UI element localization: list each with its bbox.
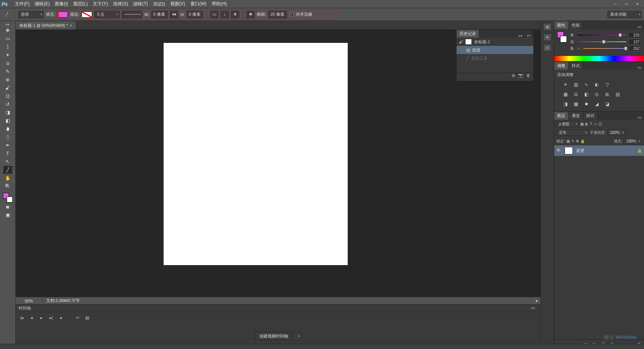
stroke-width-dropdown[interactable]: 3 点 xyxy=(94,11,120,18)
play-icon[interactable]: ▸ xyxy=(39,315,44,320)
tab-adjust[interactable]: 调整 xyxy=(554,62,569,70)
canvas[interactable] xyxy=(164,43,348,265)
history-doc-row[interactable]: 🖌 未标题-1 xyxy=(457,38,533,46)
adj-levels-icon[interactable]: ▥ xyxy=(572,81,580,88)
link-wh-icon[interactable]: ⧓ xyxy=(170,11,178,18)
r-slider[interactable] xyxy=(577,33,626,37)
document-tab[interactable]: 未标题-1 @ 50%(RGB/8) * × xyxy=(16,21,76,29)
align-icon[interactable]: ⫞ xyxy=(221,11,229,18)
tab-history[interactable]: 历史记录 xyxy=(457,30,479,38)
transition-icon[interactable]: ▨ xyxy=(85,315,90,320)
menu-type[interactable]: 文字(Y) xyxy=(90,0,110,8)
maximize-button[interactable]: ▭ xyxy=(621,1,631,7)
history-menu-icon[interactable]: ▾≡ xyxy=(525,34,533,38)
lasso-tool[interactable]: ⟆ xyxy=(3,43,12,51)
quickmask-tool[interactable]: ◙ xyxy=(3,203,12,211)
eyedropper-tool[interactable]: ✎ xyxy=(3,67,12,75)
history-expand-icon[interactable]: ▸▸ xyxy=(517,34,525,38)
wand-tool[interactable]: ✶ xyxy=(3,51,12,59)
next-frame-icon[interactable]: ▸| xyxy=(48,315,54,320)
stub-icon-2[interactable]: ✶ xyxy=(543,34,552,41)
adj-mixer-icon[interactable]: ⊞ xyxy=(603,91,611,98)
b-input[interactable] xyxy=(628,45,641,51)
path-select-tool[interactable]: ↖ xyxy=(3,158,12,166)
menu-filter[interactable]: 滤镜(T) xyxy=(130,0,150,8)
blend-mode-dropdown[interactable]: 正常 xyxy=(556,129,588,136)
adj-invert-icon[interactable]: ◨ xyxy=(562,101,569,107)
menu-edit[interactable]: 编辑(E) xyxy=(32,0,52,8)
stamp-tool[interactable]: ⌬ xyxy=(3,92,12,100)
brush-tool[interactable]: 🖌 xyxy=(3,84,12,92)
eraser-tool[interactable]: ◨ xyxy=(3,109,12,116)
menu-help[interactable]: 帮助(H) xyxy=(209,0,230,8)
tools-toggle[interactable]: ▸▸ xyxy=(6,22,10,26)
move-tool[interactable]: ✥ xyxy=(3,26,12,34)
dodge-tool[interactable]: ⬯ xyxy=(3,133,12,141)
marquee-tool[interactable]: ▭ xyxy=(3,35,12,43)
adj-vibrance-icon[interactable]: ▽ xyxy=(603,81,611,88)
goto-first-icon[interactable]: |◂ xyxy=(19,315,25,320)
adj-threshold-icon[interactable]: ◽ xyxy=(583,101,590,107)
menu-select[interactable]: 选择(S) xyxy=(110,0,130,8)
tab-swatches[interactable]: 色板 xyxy=(569,21,583,29)
adj-lookup-icon[interactable]: ▤ xyxy=(614,91,621,98)
fill-swatch[interactable] xyxy=(57,12,68,18)
lock-all-icon[interactable]: 🔒 xyxy=(580,139,585,143)
adj-map-icon[interactable]: ◢ xyxy=(593,101,600,107)
layer-name[interactable]: 背景 xyxy=(576,148,634,154)
menu-window[interactable]: 窗口(W) xyxy=(188,0,209,8)
adj-selective-icon[interactable]: ◪ xyxy=(603,101,611,107)
menu-view[interactable]: 视图(V) xyxy=(168,0,188,8)
g-input[interactable] xyxy=(628,39,641,45)
history-item-line[interactable]: ╱ 直线工具 xyxy=(457,54,533,62)
filter-type-icon[interactable]: T xyxy=(590,122,592,126)
adj-hue-icon[interactable]: ▦ xyxy=(562,91,569,98)
adj-balance-icon[interactable]: ⚖ xyxy=(572,91,580,98)
filter-adjust-icon[interactable]: ◐ xyxy=(585,122,588,126)
layer-filter-dropdown[interactable]: ρ 类型 xyxy=(556,121,579,127)
type-tool[interactable]: T xyxy=(3,150,12,157)
camera-icon[interactable]: 📷 xyxy=(518,73,523,81)
menu-file[interactable]: 文件(F) xyxy=(12,0,32,8)
blur-tool[interactable]: ⬮ xyxy=(3,125,12,133)
opacity-dropdown[interactable]: 100% xyxy=(607,129,625,136)
color-menu-icon[interactable]: ▾≡ xyxy=(635,25,644,29)
height-input[interactable] xyxy=(187,11,203,18)
tab-layers[interactable]: 图层 xyxy=(554,112,569,120)
adj-bw-icon[interactable]: ◧ xyxy=(583,91,590,98)
arrange-icon[interactable]: ❖ xyxy=(231,11,239,18)
adj-exposure-icon[interactable]: ◐ xyxy=(593,81,600,88)
stroke-swatch[interactable] xyxy=(82,12,92,18)
fill-dropdown[interactable]: 100% xyxy=(624,138,642,144)
gradient-tool[interactable]: ◧ xyxy=(3,117,12,125)
new-snapshot-icon[interactable]: ⊞ xyxy=(512,73,515,81)
menu-3d[interactable]: 3D(D) xyxy=(151,1,168,7)
filter-pixel-icon[interactable]: ▦ xyxy=(580,122,584,126)
adj-posterize-icon[interactable]: ▩ xyxy=(572,101,580,107)
timeline-menu-icon[interactable]: ▾≡ xyxy=(529,306,537,310)
color-current[interactable] xyxy=(557,31,567,43)
hue-strip[interactable] xyxy=(554,56,644,61)
status-popout-icon[interactable]: ▸ xyxy=(534,298,540,303)
b-slider[interactable] xyxy=(583,47,626,50)
align-edges-checkbox[interactable]: ✓ xyxy=(289,12,294,17)
g-slider[interactable] xyxy=(577,40,626,44)
adj-curves-icon[interactable]: ∿ xyxy=(583,81,590,88)
filter-shape-icon[interactable]: ▭ xyxy=(594,122,597,126)
r-input[interactable] xyxy=(628,32,641,38)
lock-move-icon[interactable]: ✥ xyxy=(576,139,579,143)
tab-paths[interactable]: 路径 xyxy=(583,112,598,120)
zoom-field[interactable]: 50% xyxy=(16,299,42,303)
adj-photo-filter-icon[interactable]: ◎ xyxy=(593,91,600,98)
path-ops-icon[interactable]: ▭ xyxy=(210,11,218,18)
close-button[interactable]: ✕ xyxy=(632,1,643,7)
lock-paint-icon[interactable]: ✎ xyxy=(571,139,574,143)
stroke-style-dropdown[interactable] xyxy=(122,11,142,18)
menu-image[interactable]: 图像(I) xyxy=(52,0,70,8)
screenmode-tool[interactable]: ▣ xyxy=(3,211,12,219)
filter-smart-icon[interactable]: ◫ xyxy=(599,122,602,126)
trash-icon[interactable]: 🗑 xyxy=(526,73,530,81)
hand-tool[interactable]: ✋ xyxy=(3,174,12,182)
layer-row-background[interactable]: 👁 背景 🔒 xyxy=(554,145,644,156)
tab-color[interactable]: 颜色 xyxy=(554,21,569,29)
